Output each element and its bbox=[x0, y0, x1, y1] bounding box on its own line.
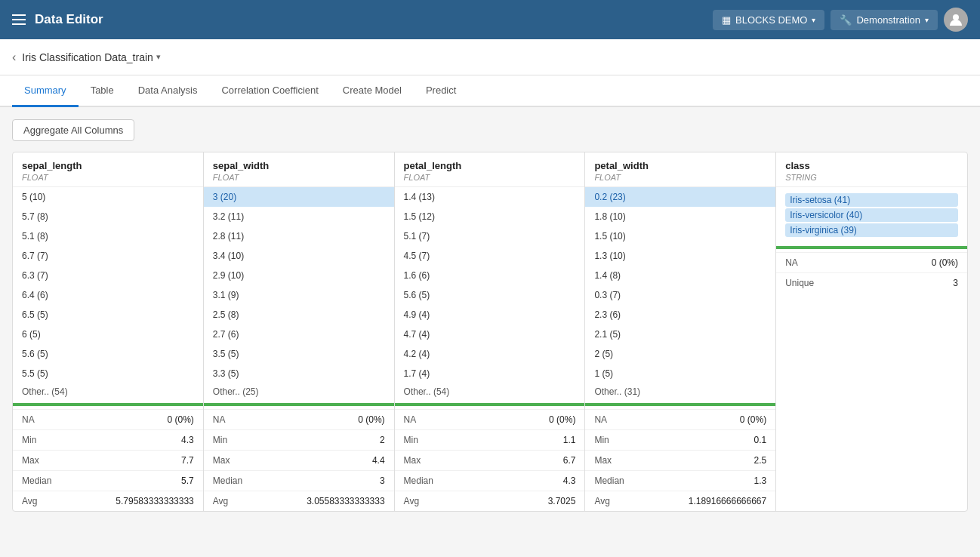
columns-grid: sepal_lengthFLOAT5 (10)5.7 (8)5.1 (8)6.7… bbox=[12, 152, 968, 512]
aggregate-all-columns-button[interactable]: Aggregate All Columns bbox=[12, 119, 134, 141]
col-value-row: 4.9 (4) bbox=[395, 305, 585, 325]
tab-data-analysis[interactable]: Data Analysis bbox=[126, 75, 210, 107]
stat-value: 1.1 bbox=[563, 435, 576, 445]
col-value-other: Other.. (25) bbox=[204, 383, 394, 400]
col-name-sepal_length: sepal_length bbox=[22, 160, 194, 171]
stat-value: 2 bbox=[380, 435, 385, 445]
col-value-row: 2.8 (11) bbox=[204, 226, 394, 246]
stat-row: Unique3 bbox=[776, 272, 967, 293]
stat-row: Max2.5 bbox=[585, 450, 775, 470]
col-value-row: 1.5 (12) bbox=[395, 207, 585, 226]
col-type-class: STRING bbox=[785, 173, 958, 182]
stat-label: Median bbox=[594, 475, 624, 486]
col-value-row: 3 (20) bbox=[204, 187, 394, 207]
stat-label: Min bbox=[213, 435, 227, 445]
col-value-row: 2.9 (10) bbox=[204, 266, 394, 285]
app-title: Data Editor bbox=[35, 12, 103, 27]
green-bar bbox=[585, 403, 775, 406]
dataset-name[interactable]: Iris Classification Data_train ▾ bbox=[22, 51, 161, 63]
demonstration-caret: ▾ bbox=[925, 16, 929, 24]
class-values-container: Iris-setosa (41)Iris-versicolor (40)Iris… bbox=[776, 187, 967, 243]
stat-value: 3 bbox=[380, 475, 385, 486]
stat-row: Median1.3 bbox=[585, 470, 775, 491]
col-name-class: class bbox=[785, 160, 958, 171]
stat-label: NA bbox=[594, 414, 607, 425]
col-value-row: 6 (5) bbox=[13, 325, 203, 344]
col-value-other: Other.. (31) bbox=[585, 383, 775, 400]
stat-label: Min bbox=[404, 435, 418, 445]
stat-row: Median3 bbox=[204, 470, 394, 491]
stat-value: 0 (0%) bbox=[740, 414, 766, 425]
stat-value: 1.18916666666667 bbox=[689, 496, 766, 506]
col-header-petal_length: petal_lengthFLOAT bbox=[395, 152, 585, 187]
class-badge: Iris-setosa (41) bbox=[785, 193, 958, 207]
blocks-icon: ▦ bbox=[722, 14, 731, 26]
stat-label: Max bbox=[213, 455, 230, 466]
wrench-icon: 🔧 bbox=[840, 14, 852, 26]
stat-label: NA bbox=[213, 414, 226, 425]
stat-label: NA bbox=[22, 414, 35, 425]
column-panel-petal_width: petal_widthFLOAT0.2 (23)1.8 (10)1.5 (10)… bbox=[585, 152, 776, 511]
col-values-petal_length: 1.4 (13)1.5 (12)5.1 (7)4.5 (7)1.6 (6)5.6… bbox=[395, 187, 585, 400]
col-value-row: 4.2 (4) bbox=[395, 344, 585, 364]
col-type-sepal_width: FLOAT bbox=[213, 173, 385, 182]
stat-label: NA bbox=[785, 257, 798, 268]
stat-row: Avg5.79583333333333 bbox=[13, 491, 203, 511]
tab-summary[interactable]: Summary bbox=[12, 75, 79, 107]
stat-value: 4.3 bbox=[563, 475, 576, 486]
blocks-demo-button[interactable]: ▦ BLOCKS DEMO ▾ bbox=[713, 10, 824, 30]
avatar[interactable] bbox=[944, 8, 968, 32]
stat-value: 2.5 bbox=[754, 455, 767, 466]
demonstration-button[interactable]: 🔧 Demonstration ▾ bbox=[831, 10, 938, 30]
stat-value: 0 (0%) bbox=[167, 414, 193, 425]
stat-label: Avg bbox=[213, 496, 228, 506]
col-values-sepal_width: 3 (20)3.2 (11)2.8 (11)3.4 (10)2.9 (10)3.… bbox=[204, 187, 394, 400]
stat-row: NA0 (0%) bbox=[13, 409, 203, 429]
stat-label: Max bbox=[594, 455, 612, 466]
stat-value: 4.3 bbox=[181, 435, 194, 445]
col-value-row: 5 (10) bbox=[13, 187, 203, 207]
col-value-row: 2 (5) bbox=[585, 344, 775, 364]
col-type-petal_width: FLOAT bbox=[594, 173, 766, 182]
hamburger-menu[interactable] bbox=[12, 14, 26, 25]
tab-correlation[interactable]: Correlation Coefficient bbox=[209, 75, 330, 107]
stat-row: Min1.1 bbox=[395, 429, 585, 450]
col-value-row: 1.3 (10) bbox=[585, 246, 775, 266]
stat-value: 1.3 bbox=[754, 475, 767, 486]
tab-bar: Summary Table Data Analysis Correlation … bbox=[0, 75, 980, 107]
back-button[interactable]: ‹ bbox=[12, 51, 16, 64]
stat-label: Min bbox=[22, 435, 36, 445]
stat-value: 3 bbox=[953, 278, 958, 288]
class-badge: Iris-versicolor (40) bbox=[785, 208, 958, 222]
blocks-demo-caret: ▾ bbox=[812, 16, 815, 24]
main-content: Aggregate All Columns sepal_lengthFLOAT5… bbox=[0, 107, 980, 555]
green-bar bbox=[13, 403, 203, 406]
col-value-row: 1.8 (10) bbox=[585, 207, 775, 226]
stat-value: 5.79583333333333 bbox=[116, 496, 193, 506]
app-header: Data Editor ▦ BLOCKS DEMO ▾ 🔧 Demonstrat… bbox=[0, 0, 980, 39]
stat-value: 0 (0%) bbox=[358, 414, 384, 425]
stat-value: 0 (0%) bbox=[549, 414, 575, 425]
stat-value: 0 (0%) bbox=[932, 257, 958, 268]
stat-row: NA0 (0%) bbox=[776, 252, 967, 272]
stat-label: Avg bbox=[594, 496, 609, 506]
tab-table[interactable]: Table bbox=[79, 75, 126, 107]
green-bar bbox=[395, 403, 585, 406]
col-header-class: classSTRING bbox=[776, 152, 967, 187]
column-panel-sepal_length: sepal_lengthFLOAT5 (10)5.7 (8)5.1 (8)6.7… bbox=[13, 152, 204, 511]
stat-row: Max6.7 bbox=[395, 450, 585, 470]
column-panel-petal_length: petal_lengthFLOAT1.4 (13)1.5 (12)5.1 (7)… bbox=[395, 152, 586, 511]
col-value-row: 5.6 (5) bbox=[13, 344, 203, 364]
stat-value: 3.7025 bbox=[548, 496, 576, 506]
stat-row: Avg3.05583333333333 bbox=[204, 491, 394, 511]
col-value-row: 3.2 (11) bbox=[204, 207, 394, 226]
dataset-dropdown-icon: ▾ bbox=[156, 52, 161, 62]
tab-predict[interactable]: Predict bbox=[414, 75, 468, 107]
stat-row: Max4.4 bbox=[204, 450, 394, 470]
col-header-petal_width: petal_widthFLOAT bbox=[585, 152, 775, 187]
col-values-sepal_length: 5 (10)5.7 (8)5.1 (8)6.7 (7)6.3 (7)6.4 (6… bbox=[13, 187, 203, 400]
col-value-row: 3.1 (9) bbox=[204, 285, 394, 305]
col-value-row: 0.2 (23) bbox=[585, 187, 775, 207]
tab-create-model[interactable]: Create Model bbox=[331, 75, 414, 107]
col-value-row: 1.5 (10) bbox=[585, 226, 775, 246]
